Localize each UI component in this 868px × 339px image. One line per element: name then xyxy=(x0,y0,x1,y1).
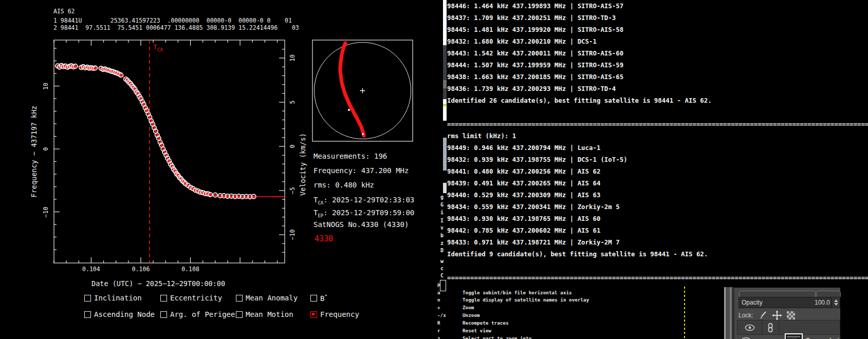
checkbox-box[interactable] xyxy=(310,295,317,302)
move-icon xyxy=(772,310,782,321)
checkbox-b-[interactable]: B* xyxy=(310,294,327,303)
info-tca: TCA: 2025-12-29T02:33:03 xyxy=(313,196,414,205)
lock-alpha-button[interactable] xyxy=(787,311,795,319)
sky-track xyxy=(340,43,364,136)
tle-line-1: 1 98441U 25363.41597223 .00000000 00000-… xyxy=(53,17,292,24)
y-axis-label: Frequency − 437197 kHz xyxy=(30,106,38,198)
lock-label: Lock: xyxy=(738,312,753,319)
layer-thumbnail[interactable] xyxy=(785,333,803,339)
checkbox-box[interactable] xyxy=(310,311,317,318)
scrollbar-segment[interactable] xyxy=(443,45,447,80)
cursor-block xyxy=(440,280,446,291)
x-tick-label: 0.104 xyxy=(82,266,100,273)
panel-button-left[interactable] xyxy=(739,291,816,297)
checkbox-label: Inclination xyxy=(94,294,142,302)
y-tick-label: 10 xyxy=(42,83,49,90)
scrollbar-segment[interactable] xyxy=(443,106,447,121)
info-tep: TEP: 2025-12-29T09:59:00 xyxy=(313,209,414,218)
checkbox-label: Arg. of Perigee xyxy=(170,310,235,318)
checkbox-box[interactable] xyxy=(160,295,167,302)
velocity-axis-label: Velocity (km/s) xyxy=(299,133,307,196)
checkbox-label: Ascending Node xyxy=(94,310,155,318)
checkbox-box[interactable] xyxy=(236,311,243,318)
doppler-points xyxy=(56,63,256,199)
y-tick-label: 0 xyxy=(42,147,49,151)
checkbox-inclination[interactable]: Inclination xyxy=(84,294,142,302)
sky-center-cross xyxy=(360,88,365,93)
x-axis-label: Date (UTC) − 2025−12−29T00:00:00 xyxy=(91,279,225,288)
checkbox-label: Eccentricity xyxy=(170,294,222,302)
info-satnogs: SatNOGS No.4330 (4330) xyxy=(313,220,409,229)
opacity-value: 100.0 xyxy=(815,299,832,306)
checkbox-eccentricity[interactable]: Eccentricity xyxy=(160,294,222,302)
scrollbar-segment[interactable] xyxy=(443,138,447,171)
plot-frame xyxy=(54,40,285,263)
checkbox-label: Mean Motion xyxy=(246,310,293,318)
gimp-window-edge[interactable] xyxy=(724,287,734,339)
velocity-tick-label: 5 xyxy=(289,101,296,104)
opacity-slider[interactable]: Opacity 100.0 xyxy=(738,297,840,308)
x-tick-label: 0.106 xyxy=(132,266,150,273)
info-frequency: Frequency: 437.200 MHz xyxy=(313,166,409,175)
sky-view xyxy=(312,40,413,141)
canvas-boundary-dashes xyxy=(684,287,685,339)
plot-window[interactable]: AIS 62 1 98441U 25363.41597223 .00000000… xyxy=(0,0,437,339)
opacity-spinner[interactable] xyxy=(832,297,840,308)
screen: { "window_left": { "title": "AIS 62", "t… xyxy=(0,0,868,339)
tca-marker-label: TCA xyxy=(153,43,163,52)
velocity-tick-label: 10 xyxy=(289,54,296,62)
scrollbar-segment[interactable] xyxy=(443,80,447,88)
lock-pixels-button[interactable] xyxy=(758,311,767,320)
lock-position-button[interactable] xyxy=(772,310,782,321)
layer-row[interactable]: Screenshot xyxy=(737,333,839,339)
layer-name[interactable]: Screenshot xyxy=(806,337,839,339)
velocity-tick-label: −5 xyxy=(289,187,296,194)
y-tick-label: −10 xyxy=(42,206,49,217)
obs-id-badge: 4330 xyxy=(315,234,333,243)
checkbox-label: B* xyxy=(320,294,327,303)
checkbox-box[interactable] xyxy=(84,311,91,318)
velocity-tick-label: 0 xyxy=(289,145,296,148)
velocity-tick-label: −10 xyxy=(289,230,296,240)
info-measurements: Measurements: 196 xyxy=(313,152,387,160)
scrollbar-segment[interactable] xyxy=(443,99,447,104)
chain-icon[interactable] xyxy=(767,323,773,332)
checkbox-arg-of-perigee[interactable]: Arg. of Perigee xyxy=(160,310,235,318)
checkbox-box[interactable] xyxy=(236,295,243,302)
checkbox-mean-motion[interactable]: Mean Motion xyxy=(236,310,293,318)
alpha-checkerboard-icon xyxy=(787,311,795,319)
scrollbar-segment[interactable] xyxy=(443,88,447,99)
scrollbar-segment[interactable] xyxy=(443,0,447,45)
checkbox-ascending-node[interactable]: Ascending Node xyxy=(84,310,155,318)
gimp-layers-panel: Opacity 100.0 Lock: xyxy=(734,288,840,339)
opacity-label: Opacity xyxy=(739,299,815,306)
panel-button-right[interactable] xyxy=(816,291,841,297)
eye-icon[interactable] xyxy=(745,324,755,331)
layer-eye-icon[interactable] xyxy=(741,336,751,339)
plot-title: AIS 62 xyxy=(53,8,75,15)
checkbox-frequency[interactable]: Frequency xyxy=(310,310,359,318)
checkbox-label: Mean Anomaly xyxy=(246,294,298,302)
paintbrush-icon xyxy=(758,311,767,320)
spinner-down-icon[interactable] xyxy=(834,303,838,306)
spinner-up-icon[interactable] xyxy=(834,299,838,302)
tle-line-2: 2 98441 97.5511 75.5451 0006477 136.4885… xyxy=(53,24,299,31)
scrollbar-segment[interactable] xyxy=(443,183,447,193)
info-rms: rms: 0.480 kHz xyxy=(313,181,374,189)
fit-line xyxy=(54,66,285,197)
x-tick-label: 0.108 xyxy=(181,266,199,273)
checkbox-box[interactable] xyxy=(160,311,167,318)
checkbox-mean-anomaly[interactable]: Mean Anomaly xyxy=(236,294,298,302)
checkbox-box[interactable] xyxy=(84,295,91,302)
checkbox-label: Frequency xyxy=(320,310,359,318)
